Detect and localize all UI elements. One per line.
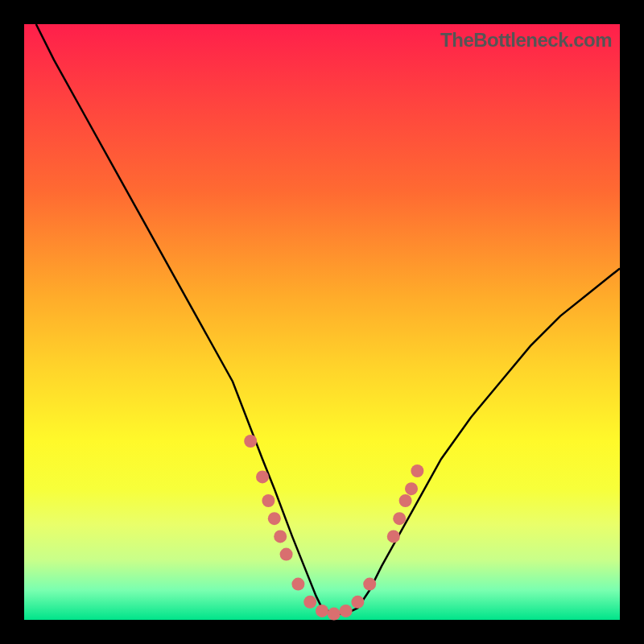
chart-frame: TheBottleneck.com [0, 0, 644, 644]
bottleneck-curve [36, 24, 620, 614]
valley-markers [244, 435, 423, 621]
valley-marker [405, 482, 418, 495]
valley-marker [411, 464, 423, 477]
valley-marker [244, 435, 257, 448]
valley-marker [274, 530, 287, 543]
valley-marker [280, 548, 293, 561]
valley-marker [363, 578, 376, 591]
chart-svg [24, 24, 620, 620]
valley-marker [262, 494, 275, 507]
valley-marker [268, 512, 281, 525]
valley-marker [303, 596, 316, 609]
valley-marker [387, 530, 400, 543]
valley-marker [340, 605, 353, 617]
valley-marker [328, 608, 341, 621]
valley-marker [393, 512, 406, 525]
valley-marker [256, 470, 269, 483]
valley-marker [316, 605, 328, 617]
valley-marker [291, 578, 304, 591]
valley-marker [399, 494, 412, 507]
chart-plot-area: TheBottleneck.com [24, 24, 620, 620]
valley-marker [351, 596, 364, 609]
